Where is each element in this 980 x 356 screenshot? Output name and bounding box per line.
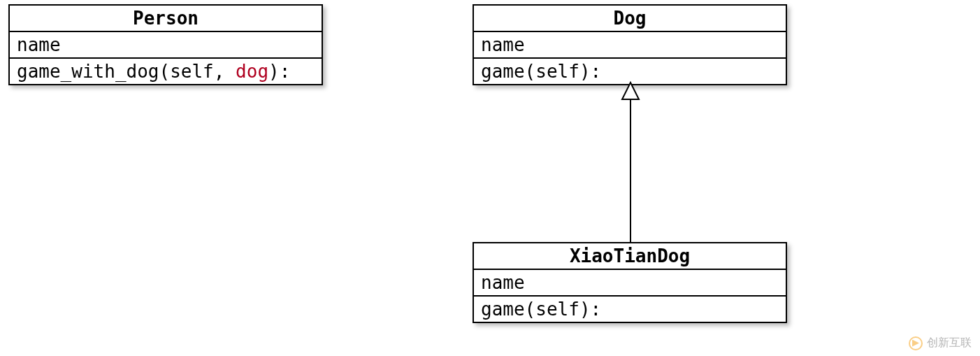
method-param-dog: dog [236, 61, 268, 82]
class-method-dog: game(self): [474, 59, 786, 84]
class-box-dog: Dog name game(self): [473, 4, 787, 85]
svg-marker-0 [622, 83, 639, 99]
method-prefix: game_with_dog(self, [17, 61, 236, 82]
uml-canvas: Person name game_with_dog(self, dog): Do… [0, 0, 980, 356]
watermark: 创新互联 [909, 336, 972, 350]
class-title-dog: Dog [474, 6, 786, 32]
class-method-xiaotiandog: game(self): [474, 297, 786, 322]
class-box-xiaotiandog: XiaoTianDog name game(self): [473, 242, 787, 323]
class-attr-dog: name [474, 32, 786, 59]
class-title-person: Person [10, 6, 322, 32]
class-method-person: game_with_dog(self, dog): [10, 59, 322, 84]
watermark-logo-icon [909, 336, 923, 350]
method-suffix: ): [268, 61, 290, 82]
watermark-text: 创新互联 [927, 336, 972, 350]
inheritance-arrow-icon [622, 83, 639, 242]
class-attr-person: name [10, 32, 322, 59]
class-title-xiaotiandog: XiaoTianDog [474, 243, 786, 270]
class-attr-xiaotiandog: name [474, 270, 786, 297]
class-box-person: Person name game_with_dog(self, dog): [8, 4, 323, 85]
